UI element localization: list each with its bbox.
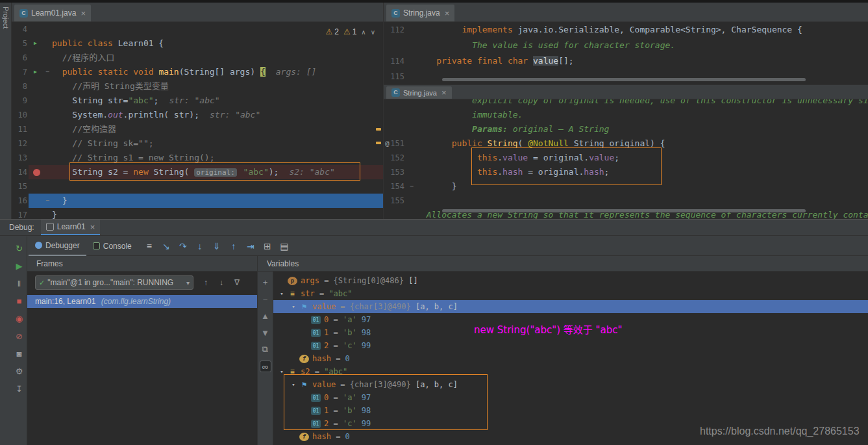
variable-row-s2-value-0[interactable]: 010 = 'a' 97 [273,391,868,404]
code-line-body[interactable]: this.hash = original.hash; [410,165,868,179]
line-number[interactable]: 154 [384,179,410,194]
code-line-body[interactable]: The value is used for character storage. [410,38,868,53]
expand-chevron-icon[interactable]: ▾ [277,365,286,378]
code-line-body[interactable]: ▶− public static void main(String[] args… [29,65,383,79]
expand-chevron-icon[interactable]: ▾ [289,378,298,391]
code-line-body[interactable]: System.out.println( str);str: "abc" [29,108,383,122]
step-out-icon[interactable]: ↑ [227,239,241,253]
variable-row-s2[interactable]: ▾≣s2 = "abc" [273,365,868,378]
run-gutter-icon[interactable]: ▶ [34,36,37,51]
variable-row-s2-value[interactable]: ▾⚑value = {char[3]@490} [a, b, c] [273,378,868,391]
code-line-body[interactable]: // String sk=""; [29,136,383,151]
code-line[interactable]: 16− } [12,194,383,208]
debugger-settings-icon[interactable]: ⚙ [14,365,25,377]
code-line-body[interactable]: } [29,208,383,219]
code-line-body[interactable]: explicit copy of original is needed, use… [410,99,868,108]
line-number[interactable]: 155 [384,194,410,208]
line-number[interactable]: 17 [12,208,29,219]
code-line[interactable]: 7▶− public static void main(String[] arg… [12,65,383,79]
line-number[interactable] [384,99,410,108]
line-number[interactable]: 112 [384,22,410,38]
code-line-body[interactable]: //程序的入口 [29,51,383,65]
tab-learn01-java[interactable]: C Learn01.java × [14,5,91,21]
variable-row-str-value[interactable]: ▾⚑value = {char[3]@490} [a, b, c] [273,300,868,313]
code-line[interactable]: 155 [384,194,868,208]
code-line[interactable]: 14 String s2 = new String( original: "ab… [12,165,383,179]
code-line-body[interactable]: //声明 String类型变量 [29,79,383,94]
code-line-body[interactable] [410,194,868,208]
line-number[interactable]: 5 [12,36,29,51]
tab-string-java-top[interactable]: C String.java × [386,5,454,21]
expand-chevron-icon[interactable]: ▾ [277,287,286,300]
force-step-into-icon[interactable]: ⇓ [210,239,224,253]
code-line-body[interactable]: public String( @NotNull String original)… [410,136,868,151]
duplicate-watch-icon[interactable]: ⧉ [260,344,271,355]
line-number[interactable] [384,38,410,53]
code-line[interactable]: 114 private final char value[]; [384,53,868,69]
variables-tree[interactable]: pargs = {String[0]@486} []▾≣str = "abc"▾… [273,272,868,445]
code-line-body[interactable]: − } [29,194,383,208]
move-watch-down-icon[interactable]: ▼ [260,327,271,338]
step-into-icon[interactable]: ↓ [193,239,207,253]
close-tab-icon[interactable]: × [445,8,450,18]
view-breakpoints-icon[interactable]: ◉ [14,312,25,324]
code-line-body[interactable]: String s2 = new String( original: "abc")… [29,165,383,179]
frame-up-icon[interactable]: ↑ [200,277,212,288]
error-stripe-mark[interactable] [376,128,381,131]
thread-selector[interactable]: ✓ "main"@1 in gro..."main": RUNNING ▾ [35,275,193,290]
code-line[interactable]: 6 //程序的入口 [12,51,383,65]
pin-tab-icon[interactable]: ↧ [14,383,25,394]
show-execution-point-icon[interactable]: ↘ [159,239,173,253]
code-line[interactable]: 10 System.out.println( str);str: "abc" [12,108,383,122]
code-line[interactable]: 5▶public class Learn01 { [12,36,383,51]
horizontal-scrollbar[interactable] [442,209,806,212]
breakpoint-icon[interactable] [33,169,40,176]
code-editor-string-bottom[interactable]: explicit copy of original is needed, use… [384,99,868,219]
line-number[interactable]: 7 [12,65,29,79]
code-line-body[interactable] [410,69,868,84]
code-line[interactable]: 151@ public String( @NotNull String orig… [384,136,868,151]
tab-debugger[interactable]: Debugger [29,236,86,256]
code-line-body[interactable]: − } [410,179,868,194]
line-number[interactable]: 8 [12,79,29,94]
expand-chevron-icon[interactable]: ▾ [289,300,298,313]
code-line[interactable]: immutable. [384,108,868,122]
move-watch-up-icon[interactable]: ▲ [260,310,271,322]
line-number[interactable] [384,122,410,136]
variable-row-str[interactable]: ▾≣str = "abc" [273,287,868,300]
fold-marker-icon[interactable]: − [410,179,414,194]
code-line-body[interactable]: this.value = original.value; [410,151,868,165]
code-line[interactable]: 154− } [384,179,868,194]
line-number[interactable]: 14 [12,165,29,179]
code-line-body[interactable]: Params: original – A String [410,122,868,136]
code-line-body[interactable]: implements java.io.Serializable, Compara… [410,22,868,38]
error-stripe-mark[interactable] [376,142,381,144]
pause-program-icon[interactable]: ‖ [14,277,25,289]
fold-marker-icon[interactable]: − [45,194,49,208]
line-number[interactable] [384,208,410,219]
code-line[interactable]: 153 this.hash = original.hash; [384,165,868,179]
code-line[interactable]: 12 // String sk=""; [12,136,383,151]
code-line[interactable]: 152 this.value = original.value; [384,151,868,165]
line-number[interactable] [384,108,410,122]
code-line[interactable]: 112 implements java.io.Serializable, Com… [384,22,868,38]
code-line[interactable]: The value is used for character storage. [384,38,868,53]
code-line[interactable]: 8 //声明 String类型变量 [12,79,383,94]
frame-down-icon[interactable]: ↓ [216,277,227,288]
line-number[interactable]: 15 [12,179,29,194]
tab-string-java-bottom[interactable]: C String.java × [386,86,452,99]
code-line[interactable]: Params: original – A String [384,122,868,136]
line-number[interactable]: 11 [12,122,29,136]
layout-settings-icon[interactable]: ≡ [142,239,156,253]
inspections-widget[interactable]: ⚠2⚠1 ∧ ∨ [325,27,375,36]
code-line-body[interactable]: // String s1 = new String(); [29,151,383,165]
line-number[interactable]: 6 [12,51,29,65]
mute-breakpoints-icon[interactable]: ⊘ [14,330,25,342]
line-number[interactable]: 4 [12,22,29,36]
project-stripe-button[interactable]: Project [2,6,10,29]
line-number[interactable]: 115 [384,69,410,84]
next-problem-icon[interactable]: ∨ [371,29,375,36]
code-line-body[interactable]: ▶public class Learn01 { [29,36,383,51]
line-number[interactable]: 10 [12,108,29,122]
code-line[interactable]: 9 String str="abc";str: "abc" [12,94,383,108]
